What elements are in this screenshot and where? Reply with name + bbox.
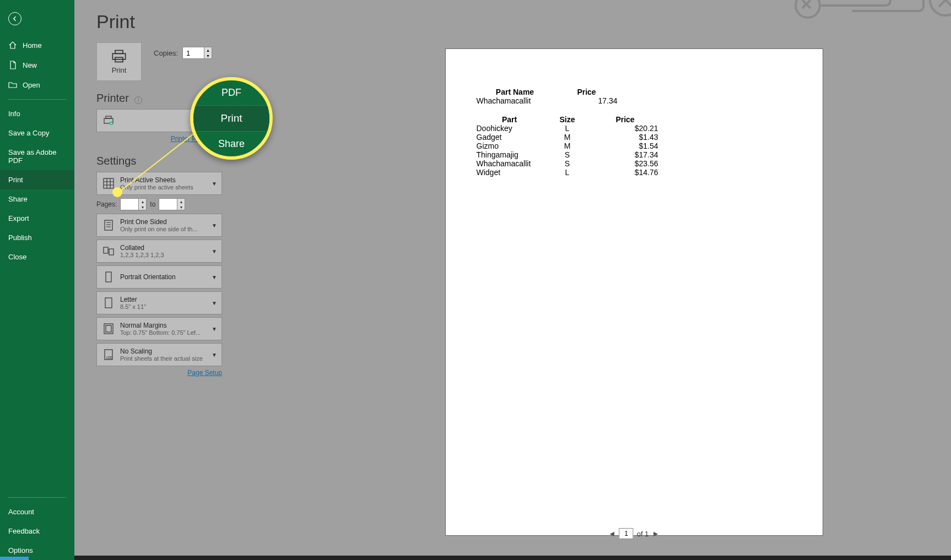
pages-label: Pages: xyxy=(96,200,117,208)
nav-info[interactable]: Info xyxy=(0,104,74,123)
page-number-input[interactable] xyxy=(619,528,634,539)
nav-close[interactable]: Close xyxy=(0,247,74,267)
page-setup-link[interactable]: Page Setup xyxy=(187,369,222,377)
sides-dropdown[interactable]: Print One Sided Only print on one side o… xyxy=(96,214,222,237)
svg-rect-5 xyxy=(112,53,125,59)
nav-label: Print xyxy=(8,176,23,184)
dd-title: Normal Margins xyxy=(120,322,208,329)
nav-save-adobe[interactable]: Save as Adobe PDF xyxy=(0,143,74,170)
t2-header: Size xyxy=(543,115,592,124)
print-main: Print Print Copies: ▲▼ Printer i xyxy=(74,0,951,560)
paper-size-dropdown[interactable]: Letter 8.5" x 11" ▼ xyxy=(96,291,222,314)
nav-print[interactable]: Print xyxy=(0,170,74,189)
portrait-icon xyxy=(101,270,116,284)
t1-cell: Whachamacallit xyxy=(477,96,554,105)
nav-label: Open xyxy=(23,81,40,89)
back-button[interactable] xyxy=(8,12,21,25)
svg-rect-13 xyxy=(109,249,114,255)
prev-page-button[interactable]: ◄ xyxy=(608,529,616,538)
dd-title: Portrait Orientation xyxy=(120,273,208,281)
spin-up[interactable]: ▲ xyxy=(204,47,212,53)
t2-header: Part xyxy=(477,115,543,124)
dd-sub: 8.5" x 11" xyxy=(120,303,208,310)
t2-cell: $23.56 xyxy=(592,159,658,168)
dd-sub: Print sheets at their actual size xyxy=(120,355,208,362)
folder-icon xyxy=(8,80,17,89)
annotation-dot xyxy=(112,187,122,197)
collate-dropdown[interactable]: Collated 1,2,3 1,2,3 1,2,3 ▼ xyxy=(96,240,222,263)
t2-cell: Thingamajig xyxy=(477,150,543,159)
spin-up[interactable]: ▲ xyxy=(177,199,185,204)
nav-publish[interactable]: Publish xyxy=(0,228,74,247)
print-button-label: Print xyxy=(112,66,127,74)
t2-cell: M xyxy=(543,133,592,142)
dd-title: No Scaling xyxy=(120,347,208,355)
orientation-dropdown[interactable]: Portrait Orientation ▼ xyxy=(96,265,222,289)
t2-cell: L xyxy=(543,168,592,177)
backstage-sidebar: Home New Open Info Save a Copy Save as A… xyxy=(0,0,74,560)
margins-dropdown[interactable]: Normal Margins Top: 0.75" Bottom: 0.75" … xyxy=(96,317,222,340)
spin-down[interactable]: ▼ xyxy=(177,204,185,210)
copies-input[interactable] xyxy=(183,47,204,58)
t1-header: Part Name xyxy=(477,88,554,96)
nav-label: Info xyxy=(8,110,20,118)
dd-sub: Only print on one side of th... xyxy=(120,226,208,232)
chevron-down-icon: ▼ xyxy=(212,352,217,358)
pages-from-spinner[interactable]: ▲▼ xyxy=(120,198,147,210)
next-page-button[interactable]: ► xyxy=(652,529,660,538)
t2-header: Price xyxy=(592,115,658,124)
file-icon xyxy=(8,61,17,69)
spin-up[interactable]: ▲ xyxy=(139,199,146,204)
nav-label: Account xyxy=(8,508,34,516)
t2-cell: Doohickey xyxy=(477,124,543,133)
svg-rect-8 xyxy=(106,116,111,118)
pages-to-input[interactable] xyxy=(159,199,177,210)
dd-sub: 1,2,3 1,2,3 1,2,3 xyxy=(120,252,208,258)
margins-icon xyxy=(101,322,116,336)
nav-label: Feedback xyxy=(8,527,40,535)
nav-save-copy[interactable]: Save a Copy xyxy=(0,123,74,143)
nav-label: Close xyxy=(8,253,26,261)
nav-label: Options xyxy=(8,546,33,554)
home-icon xyxy=(8,41,17,50)
taskbar-accent xyxy=(0,557,29,560)
nav-label: Home xyxy=(23,41,42,50)
nav-export[interactable]: Export xyxy=(0,209,74,228)
nav-label: Publish xyxy=(8,233,32,242)
nav-label: Share xyxy=(8,195,28,203)
nav-new[interactable]: New xyxy=(0,55,74,75)
nav-open[interactable]: Open xyxy=(0,75,74,95)
pages-from-input[interactable] xyxy=(121,199,138,210)
spin-down[interactable]: ▼ xyxy=(204,53,212,58)
nav-home[interactable]: Home xyxy=(0,35,74,55)
spin-down[interactable]: ▼ xyxy=(139,204,146,210)
separator xyxy=(8,99,66,100)
preview-pager: ◄ of 1 ► xyxy=(608,528,660,539)
t2-cell: Gizmo xyxy=(477,142,543,150)
chevron-down-icon: ▼ xyxy=(212,274,217,280)
svg-text:100: 100 xyxy=(106,356,112,360)
chevron-down-icon: ▼ xyxy=(212,181,217,187)
chevron-down-icon: ▼ xyxy=(212,248,217,254)
dd-sub: Top: 0.75" Bottom: 0.75" Lef... xyxy=(120,329,208,336)
t2-cell: S xyxy=(543,150,592,159)
nav-label: Save as Adobe PDF xyxy=(8,148,66,165)
printer-icon xyxy=(101,113,116,128)
print-button[interactable]: Print xyxy=(96,42,142,81)
chevron-down-icon: ▼ xyxy=(212,222,217,229)
nav-label: Save a Copy xyxy=(8,129,49,137)
nav-label: Export xyxy=(8,214,29,222)
nav-feedback[interactable]: Feedback xyxy=(0,521,74,541)
pages-to-label: to xyxy=(150,200,155,208)
copies-spinner[interactable]: ▲▼ xyxy=(182,47,212,59)
dd-sub: Only print the active sheets xyxy=(120,184,208,191)
scaling-dropdown[interactable]: 100 No Scaling Print sheets at their act… xyxy=(96,343,222,366)
annotation-zoom: PDF Print Share xyxy=(190,77,273,160)
info-icon[interactable]: i xyxy=(134,96,142,104)
copies-label: Copies: xyxy=(154,49,178,57)
t2-cell: S xyxy=(543,159,592,168)
nav-account[interactable]: Account xyxy=(0,502,74,521)
nav-share[interactable]: Share xyxy=(0,189,74,209)
t2-cell: $1.43 xyxy=(592,133,658,142)
pages-to-spinner[interactable]: ▲▼ xyxy=(159,198,185,210)
